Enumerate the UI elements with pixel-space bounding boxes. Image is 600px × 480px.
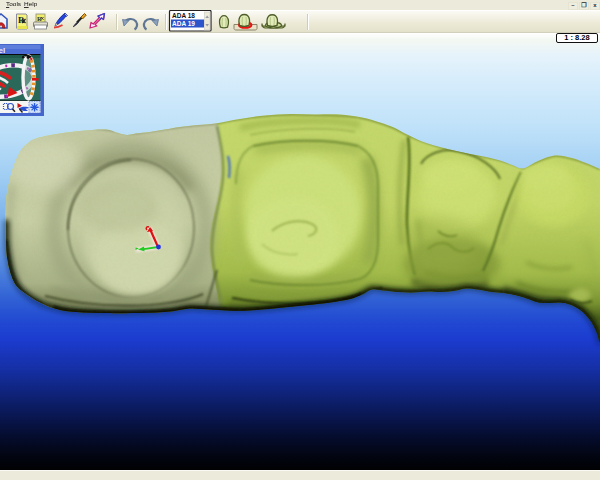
svg-text:ADA 18: ADA 18 [172, 12, 195, 19]
svg-text:R: R [37, 15, 42, 22]
svg-text:ADA 19: ADA 19 [172, 20, 195, 27]
svg-text:Model: Model [0, 46, 5, 55]
svg-text:R: R [18, 15, 25, 25]
